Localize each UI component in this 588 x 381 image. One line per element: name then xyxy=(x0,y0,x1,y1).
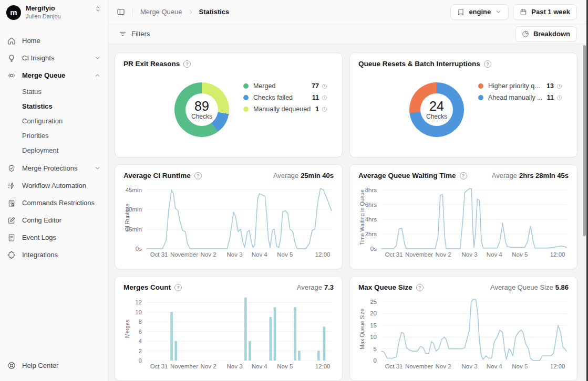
sidebar-item-status[interactable]: Status xyxy=(0,84,108,99)
card-max-queue-size: Max Queue Size ? Average Queue Size5.86 … xyxy=(349,276,577,381)
sidebar-item-label: Integrations xyxy=(22,251,58,259)
card-merges-count: Merges Count ? Average7.3 Merges 0246810… xyxy=(115,276,343,381)
sidebar-item-label: Commands Restrictions xyxy=(22,199,95,207)
breakdown-button[interactable]: Breakdown xyxy=(515,26,577,42)
breakdown-label: Breakdown xyxy=(533,30,570,38)
max-queue-size-chart[interactable]: Max Queue Size 0510152025 Oct 31November… xyxy=(358,298,566,370)
average-stat: Average Queue Size5.86 xyxy=(490,283,569,291)
panel-left-toggle-icon[interactable] xyxy=(117,8,125,16)
clock-icon[interactable] xyxy=(556,95,562,101)
sidebar-item-event-logs[interactable]: Event Logs xyxy=(0,229,108,246)
help-center-label: Help Center xyxy=(22,362,58,369)
sidebar-item-deployment[interactable]: Deployment xyxy=(0,143,108,157)
help-circle-icon[interactable]: ? xyxy=(484,60,491,68)
sidebar-item-statistics[interactable]: Statistics xyxy=(0,99,108,113)
y-axis-label: Merges xyxy=(123,298,131,361)
line-plot[interactable] xyxy=(147,186,332,249)
y-axis-ticks: 0510152025 xyxy=(366,298,381,361)
legend-item[interactable]: Ahead manually ... 11 xyxy=(478,94,562,101)
queue-resets-donut-chart[interactable]: 24 Checks xyxy=(409,82,464,137)
org-switcher-caret-icon xyxy=(94,5,101,14)
sidebar-item-home[interactable]: Home xyxy=(0,32,108,49)
line-plot[interactable] xyxy=(381,186,566,249)
help-circle-icon[interactable]: ? xyxy=(416,284,424,291)
engine-select[interactable]: engine xyxy=(450,4,509,20)
sidebar-item-merge-queue[interactable]: Merge Queue xyxy=(0,67,108,84)
card-queue-waiting-time: Average Queue Waiting Time ? Average2hrs… xyxy=(349,164,577,269)
sidebar-item-config-editor[interactable]: Config Editor xyxy=(0,211,108,229)
legend-item[interactable]: Manually dequeued 1 xyxy=(243,105,327,113)
sidebar-item-ci-insights[interactable]: CI Insights xyxy=(0,49,108,67)
sidebar-item-merge-protections[interactable]: Merge Protections xyxy=(0,160,108,177)
breadcrumb-divider xyxy=(132,8,133,16)
app-window: m Mergifyio Julien Danjou Home CI Insigh… xyxy=(0,0,588,381)
legend-dot xyxy=(243,95,249,100)
legend-value: 11 xyxy=(547,94,554,101)
legend-label: Merged xyxy=(253,82,308,90)
ci-runtime-chart[interactable]: CI Runtime 0s15min30min45min Oct 31Novem… xyxy=(123,186,332,258)
queue-waiting-chart[interactable]: Time Waiting in Queue 0s2hrs4hrs6hrs8hrs… xyxy=(358,186,566,258)
legend-item[interactable]: Higher priority q... 13 xyxy=(478,82,562,90)
card-title: Queue Resets & Batch Interruptions xyxy=(358,60,480,68)
org-switcher[interactable]: m Mergifyio Julien Danjou xyxy=(0,0,108,25)
legend-item[interactable]: Checks failed 11 xyxy=(243,94,327,101)
merges-count-chart[interactable]: Merges 024681012 Oct 31NovemberNov 2Nov … xyxy=(123,298,332,370)
help-circle-icon[interactable]: ? xyxy=(174,284,182,291)
clock-icon[interactable] xyxy=(556,83,562,89)
legend-value: 11 xyxy=(312,94,319,101)
sidebar-item-commands-restrictions[interactable]: Commands Restrictions xyxy=(0,194,108,211)
card-title: Average CI Runtime xyxy=(123,172,191,179)
clock-icon[interactable] xyxy=(322,107,327,112)
x-axis-ticks: Oct 31NovemberNov 2Nov 3Nov 4Nov 512:00 xyxy=(147,249,332,258)
sidebar-item-configuration[interactable]: Configuration xyxy=(0,113,108,128)
pie-chart-icon xyxy=(522,30,529,38)
card-title: PR Exit Reasons xyxy=(123,60,180,68)
bar-plot[interactable] xyxy=(147,298,332,361)
clock-icon[interactable] xyxy=(322,95,327,101)
breadcrumb-merge-queue[interactable]: Merge Queue xyxy=(140,8,182,16)
calendar-icon xyxy=(520,8,527,16)
filter-lines-icon xyxy=(119,30,127,38)
sidebar: m Mergifyio Julien Danjou Home CI Insigh… xyxy=(0,0,108,381)
card-title: Merges Count xyxy=(123,283,171,291)
clipboard-lock-icon xyxy=(7,199,16,207)
card-title: Average Queue Waiting Time xyxy=(358,172,456,179)
legend-dot xyxy=(478,83,483,89)
sidebar-item-label: CI Insights xyxy=(22,54,54,62)
sidebar-item-workflow-automation[interactable]: Workflow Automation xyxy=(0,177,108,194)
clock-icon[interactable] xyxy=(322,83,327,89)
sidebar-item-label: Config Editor xyxy=(22,216,61,224)
org-name: Mergifyio xyxy=(26,5,61,13)
merge-queue-icon xyxy=(7,71,16,80)
chevron-right-icon xyxy=(188,9,194,15)
donut-total-label: Checks xyxy=(191,113,212,120)
document-lines-icon xyxy=(7,234,16,242)
legend-label: Manually dequeued xyxy=(253,105,312,113)
puzzle-icon xyxy=(7,251,16,259)
help-circle-icon[interactable]: ? xyxy=(460,172,467,179)
vertical-scrollbar[interactable] xyxy=(583,45,586,236)
legend: Higher priority q... 13 Ahead manually .… xyxy=(478,82,562,101)
sidebar-item-label: Workflow Automation xyxy=(22,182,86,189)
legend-item[interactable]: Merged 77 xyxy=(243,82,327,90)
line-plot[interactable] xyxy=(381,298,566,361)
help-center-link[interactable]: Help Center xyxy=(0,354,108,381)
pr-exit-donut-chart[interactable]: 89 Checks xyxy=(174,82,229,137)
date-range-button[interactable]: Past 1 week xyxy=(513,4,577,20)
repo-book-icon xyxy=(457,8,465,16)
lightbulb-icon xyxy=(7,54,16,62)
breadcrumb-statistics: Statistics xyxy=(199,8,230,16)
sidebar-item-label: Merge Protections xyxy=(22,164,78,172)
sidebar-item-priorities[interactable]: Priorities xyxy=(0,128,108,143)
x-axis-ticks: Oct 31NovemberNov 2Nov 3Nov 4Nov 512:00 xyxy=(147,361,332,370)
card-ci-runtime: Average CI Runtime ? Average25min 40s CI… xyxy=(115,164,343,269)
legend-value: 13 xyxy=(546,82,554,90)
filters-button[interactable]: Filters xyxy=(114,26,155,42)
help-circle-icon[interactable]: ? xyxy=(183,60,191,68)
help-circle-icon[interactable]: ? xyxy=(194,172,202,179)
chevron-down-icon xyxy=(495,8,502,15)
x-axis-ticks: Oct 31NovemberNov 2Nov 3Nov 4Nov 512:00 xyxy=(381,361,566,370)
home-icon xyxy=(7,37,16,45)
sidebar-item-integrations[interactable]: Integrations xyxy=(0,246,108,263)
legend-dot xyxy=(243,107,249,112)
